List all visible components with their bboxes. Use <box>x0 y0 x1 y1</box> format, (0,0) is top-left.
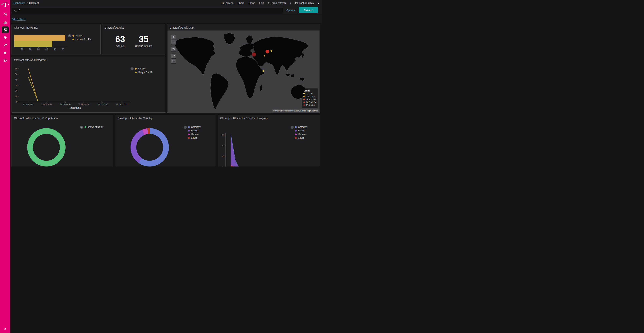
time-range-label: Last 90 days <box>299 2 314 5</box>
metric-attacks: 63 Attacks <box>115 35 125 47</box>
sidebar-item-honeypot[interactable] <box>2 34 8 41</box>
options-link[interactable]: Options <box>286 9 295 12</box>
legend-item[interactable]: Attacks <box>135 67 153 70</box>
map-legend-range: 14.2 – 20.8 <box>306 98 316 101</box>
legend-item[interactable]: known attacker <box>84 126 103 128</box>
sidebar-item-monitoring[interactable] <box>2 50 8 56</box>
legend-items: known attacker <box>84 126 103 128</box>
clone-button[interactable]: Clone <box>248 2 255 5</box>
legend-item[interactable]: Germany <box>295 126 308 128</box>
map-controls: + − <box>171 35 176 65</box>
map-legend-title: Count <box>304 90 316 92</box>
map-legend-dot <box>304 104 305 106</box>
svg-text:0: 0 <box>223 166 224 167</box>
osm-link[interactable]: © OpenStreetMap <box>273 110 289 112</box>
metric-row: 63 Attacks 35 Unique Src IPs <box>102 35 165 47</box>
map-legend-range: 1 – 7.6 <box>306 93 312 95</box>
legend-label: Ukraine <box>191 133 199 136</box>
logo-dot-left <box>2 4 2 5</box>
attack-location-marker <box>252 52 256 57</box>
legend-items: GermanyRussiaUkraineEgypt <box>295 126 308 139</box>
attack-location-marker <box>262 70 264 72</box>
attribution-text: contributors, <box>289 110 300 112</box>
legend-label: Egypt <box>298 137 304 139</box>
legend-item[interactable]: Attacks <box>72 34 91 37</box>
legend-color-dot <box>72 39 74 40</box>
draw-rectangle-button[interactable] <box>171 59 176 64</box>
attack-location-marker <box>264 55 265 57</box>
world-map[interactable]: + − Count <box>168 31 320 112</box>
edit-button[interactable]: Edit <box>259 2 264 5</box>
breadcrumb-dashboard[interactable]: Dashboard <box>13 2 25 5</box>
fit-bounds-button[interactable] <box>171 47 176 52</box>
search-query-input[interactable] <box>18 9 281 12</box>
legend-toggle-icon[interactable]: › <box>80 126 83 129</box>
svg-text:50: 50 <box>54 48 56 50</box>
bug-icon <box>3 36 7 40</box>
share-button[interactable]: Share <box>238 2 244 5</box>
svg-text:2018-09-30: 2018-09-30 <box>60 103 71 106</box>
legend-color-dot <box>188 134 190 135</box>
elastic-maps-service-text: Elastic Maps Service <box>300 110 318 112</box>
legend-color-dot <box>295 137 297 139</box>
bar-chart-icon <box>3 20 7 24</box>
panel-title: Glastopf - Attacks by Country <box>115 115 216 121</box>
telekom-logo[interactable]: T <box>2 2 9 8</box>
map-count-legend: Count 1 – 7.67.6 – 14.214.2 – 20.820.8 –… <box>302 88 318 108</box>
legend-color-dot <box>135 68 137 70</box>
legend-item[interactable]: Unique Src IPs <box>72 38 91 41</box>
time-range-picker[interactable]: Last 90 days <box>295 2 314 5</box>
sidebar-item-dev-tools[interactable] <box>2 42 8 49</box>
clock-icon <box>295 2 298 5</box>
breadcrumb-current: Glastopf <box>29 2 39 5</box>
add-filter-link[interactable]: Add a filter+ <box>12 18 26 21</box>
legend-item[interactable]: Russia <box>188 129 200 132</box>
legend-item[interactable]: Egypt <box>188 137 200 139</box>
legend: ›AttacksUnique Src IPs <box>130 67 153 74</box>
sidebar-item-dashboard[interactable] <box>2 27 8 33</box>
legend-item[interactable]: Unique Src IPs <box>135 71 153 74</box>
draw-polygon-button[interactable] <box>171 54 176 59</box>
panel-attacks-metric: Glastopf Attacks 63 Attacks 35 Unique Sr… <box>102 24 166 55</box>
time-forward-chevron[interactable]: › <box>318 1 319 5</box>
legend-item[interactable]: Russia <box>295 129 308 132</box>
gear-icon <box>3 59 7 63</box>
metric-value: 63 <box>115 35 125 44</box>
nav-actions: Full screen Share Clone Edit Auto-refres… <box>221 1 319 5</box>
legend-toggle-icon[interactable]: › <box>130 67 134 70</box>
refresh-button[interactable]: Refresh <box>299 7 318 13</box>
svg-text:60: 60 <box>15 68 18 70</box>
legend-toggle-icon[interactable]: › <box>290 126 294 129</box>
legend-item[interactable]: Germany <box>188 126 200 128</box>
legend-item[interactable]: Ukraine <box>295 133 308 136</box>
metric-label: Unique Src IPs <box>135 45 152 47</box>
metric-unique-src-ips: 35 Unique Src IPs <box>135 35 152 47</box>
map-legend-range: 7.6 – 14.2 <box>306 95 315 98</box>
sidebar-item-discover[interactable] <box>2 11 8 18</box>
legend-color-dot <box>84 126 86 128</box>
full-screen-button[interactable]: Full screen <box>221 2 234 5</box>
svg-text:10: 10 <box>222 155 224 157</box>
panel-country-histogram: Glastopf - Attacks by Country Histogram … <box>218 115 320 167</box>
legend-label: Attacks <box>76 34 83 37</box>
attack-markers <box>168 31 320 112</box>
sidebar-nav <box>2 11 8 64</box>
sidebar-item-management[interactable] <box>2 57 8 64</box>
wrench-icon <box>3 43 7 47</box>
legend-toggle-icon[interactable]: › <box>68 34 71 38</box>
legend-item[interactable]: Ukraine <box>188 133 200 136</box>
country-donut-chart <box>115 121 192 167</box>
attack-location-marker <box>270 50 272 52</box>
legend-label: Egypt <box>191 137 197 139</box>
sidebar-item-visualize[interactable] <box>2 19 8 26</box>
auto-refresh-button[interactable]: Auto-refresh <box>268 2 286 5</box>
legend-items: AttacksUnique Src IPs <box>72 34 91 41</box>
svg-text:60: 60 <box>62 48 64 50</box>
legend-items: GermanyRussiaUkraineEgypt <box>188 126 200 139</box>
time-back-chevron[interactable]: ‹ <box>290 1 291 5</box>
zoom-in-button[interactable]: + <box>171 35 176 40</box>
terminal-prompt-icon: >_ <box>14 9 16 12</box>
legend-item[interactable]: Egypt <box>295 137 308 139</box>
zoom-out-button[interactable]: − <box>171 40 176 45</box>
legend-toggle-icon[interactable]: › <box>184 126 187 129</box>
